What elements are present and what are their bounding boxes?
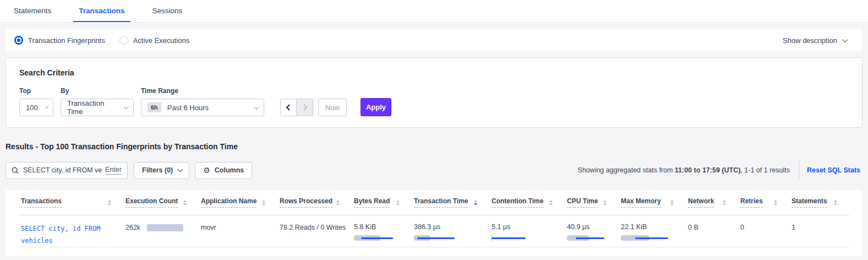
chevron-down-icon (254, 104, 259, 110)
column-header-max-memory[interactable]: Max Memory (619, 197, 686, 208)
radio-selected-icon (14, 36, 23, 45)
page-content: Transaction Fingerprints Active Executio… (0, 23, 868, 256)
sort-icon[interactable] (774, 200, 777, 205)
column-header-transaction-time[interactable]: Transaction Time (412, 197, 489, 208)
view-toggle-panel: Transaction Fingerprints Active Executio… (6, 29, 862, 51)
page-tabs: Statements Transactions Sessions (0, 0, 868, 23)
time-range-value: Past 6 Hours (167, 104, 209, 112)
show-description-toggle[interactable]: Show description (783, 36, 854, 45)
by-select-value: Transaction Time (67, 99, 116, 116)
sort-icon[interactable] (336, 200, 340, 205)
search-criteria-form: Top 100 By Transaction Time Time Range (19, 87, 849, 116)
transactions-table: Transactions Execution Count Application… (6, 190, 862, 256)
time-range-badge: 6h (148, 102, 161, 112)
chevron-left-icon (286, 104, 292, 110)
results-controls-row: Enter Filters (0) ⚙ Columns Showing aggr… (6, 161, 862, 180)
chevron-down-icon (178, 166, 183, 172)
time-nav-group (280, 99, 313, 116)
cell-retries: 0 (738, 215, 789, 247)
table-header-row: Transactions Execution Count Application… (19, 190, 849, 215)
previous-time-window-button[interactable] (280, 99, 297, 116)
divider (799, 161, 799, 180)
chevron-down-icon (124, 104, 129, 109)
show-description-label: Show description (783, 36, 837, 45)
sort-icon[interactable] (723, 200, 726, 205)
cell-rows-processed: 78.2 Reads / 0 Writes (277, 215, 352, 247)
radio-transaction-fingerprints[interactable]: Transaction Fingerprints (14, 36, 105, 45)
column-header-network[interactable]: Network (686, 197, 738, 208)
chevron-down-icon (842, 37, 848, 42)
radio-unselected-icon (119, 36, 128, 45)
cell-max-memory: 22.1 KiB (619, 215, 686, 247)
statement-search-box[interactable]: Enter (6, 162, 128, 179)
column-header-retries[interactable]: Retries (738, 197, 789, 208)
now-button[interactable]: Now (318, 99, 347, 116)
filters-label: Filters (0) (142, 166, 173, 174)
radio-label: Transaction Fingerprints (28, 36, 105, 45)
column-header-cpu-time[interactable]: CPU Time (565, 197, 619, 208)
column-header-application-name[interactable]: Application Name (199, 197, 277, 208)
cell-statements: 1 (789, 215, 849, 247)
reset-sql-stats-link[interactable]: Reset SQL Stats (807, 166, 860, 174)
sort-icon[interactable] (670, 200, 674, 205)
cell-application-name: movr (199, 215, 277, 247)
cell-transaction-time: 386.3 µs (412, 215, 489, 247)
column-header-contention-time[interactable]: Contention Time (489, 197, 565, 208)
columns-label: Columns (215, 166, 244, 174)
table-row: SELECT city, id FROM vehicles 262k movr … (19, 215, 849, 247)
results-heading: Results - Top 100 Transaction Fingerprin… (6, 142, 862, 151)
tab-sessions[interactable]: Sessions (147, 0, 188, 22)
execution-count-bar (147, 224, 183, 231)
time-range-select[interactable]: 6h Past 6 Hours (141, 99, 264, 116)
filters-button[interactable]: Filters (0) (134, 162, 189, 179)
aggregated-stats-note: Showing aggregated stats from 11:00 to 1… (577, 166, 790, 174)
cell-transactions: SELECT city, id FROM vehicles (19, 215, 123, 247)
top-select[interactable]: 100 (19, 99, 53, 116)
top-label: Top (19, 87, 53, 95)
time-range-field: Time Range 6h Past 6 Hours (141, 87, 264, 116)
column-header-transactions[interactable]: Transactions (19, 197, 123, 208)
column-header-rows-processed[interactable]: Rows Processed (277, 197, 352, 208)
cell-network: 0 B (686, 215, 738, 247)
sort-icon-active-desc[interactable] (474, 200, 477, 205)
sort-icon[interactable] (262, 200, 265, 205)
columns-button[interactable]: ⚙ Columns (195, 162, 252, 179)
radio-active-executions[interactable]: Active Executions (119, 36, 190, 45)
search-input[interactable] (23, 166, 102, 174)
tab-transactions[interactable]: Transactions (73, 0, 130, 22)
sort-icon[interactable] (396, 200, 400, 205)
contention-time-bar (492, 235, 553, 241)
next-time-window-button[interactable] (297, 99, 313, 116)
sort-icon[interactable] (183, 200, 187, 205)
stats-time-range: 11:00 to 17:59 (UTC) (675, 166, 740, 174)
sort-icon[interactable] (834, 200, 837, 205)
by-select[interactable]: Transaction Time (61, 99, 134, 116)
transaction-fingerprint-link[interactable]: SELECT city, id FROM vehicles (21, 223, 111, 247)
search-enter-button[interactable]: Enter (105, 166, 122, 174)
max-memory-bar (621, 235, 674, 241)
cell-execution-count: 262k (123, 215, 199, 247)
tab-statements[interactable]: Statements (8, 0, 57, 22)
gear-icon: ⚙ (203, 166, 210, 174)
top-field: Top 100 (19, 87, 53, 116)
by-label: By (61, 87, 134, 95)
radio-label: Active Executions (133, 36, 190, 45)
search-criteria-title: Search Criteria (19, 68, 849, 77)
sort-icon[interactable] (108, 200, 111, 205)
transactions-page: Statements Transactions Sessions Transac… (0, 0, 868, 256)
column-header-statements[interactable]: Statements (789, 197, 849, 208)
time-range-label: Time Range (141, 87, 264, 95)
column-header-execution-count[interactable]: Execution Count (123, 197, 199, 208)
search-icon (12, 167, 19, 174)
cell-contention-time: 5.1 µs (489, 215, 565, 247)
sort-icon[interactable] (603, 200, 607, 205)
sort-icon[interactable] (549, 200, 553, 205)
transaction-time-bar (414, 235, 477, 241)
chevron-down-icon (45, 105, 49, 109)
cpu-time-bar (567, 235, 607, 241)
by-field: By Transaction Time (61, 87, 134, 116)
search-criteria-panel: Search Criteria Top 100 By Transaction T… (6, 57, 862, 128)
chevron-right-icon (301, 104, 307, 110)
apply-button[interactable]: Apply (361, 98, 391, 116)
column-header-bytes-read[interactable]: Bytes Read (352, 197, 412, 208)
